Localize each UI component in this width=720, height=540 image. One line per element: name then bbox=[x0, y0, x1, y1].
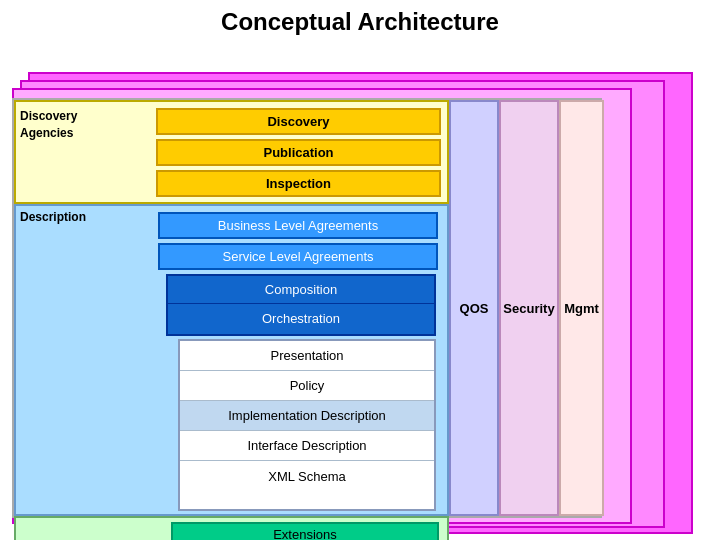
composition-section: Composition Orchestration bbox=[166, 274, 436, 336]
page-title: Conceptual Architecture bbox=[0, 0, 720, 42]
wire-section: Wire Extensions Packaging Transport bbox=[14, 516, 449, 540]
presentation-row: Presentation bbox=[180, 341, 434, 371]
discovery-label: Discovery Agencies bbox=[20, 108, 77, 142]
composition-row: Composition bbox=[168, 276, 434, 304]
policy-row: Policy bbox=[180, 371, 434, 401]
mgmt-box: Mgmt bbox=[559, 100, 604, 516]
qos-box: QOS bbox=[449, 100, 499, 516]
discovery-section: Discovery Agencies Discovery Publication… bbox=[14, 100, 449, 204]
page: Conceptual Architecture Discovery Agenci… bbox=[0, 0, 720, 540]
main-content-area: Discovery Agencies Discovery Publication… bbox=[12, 98, 602, 518]
description-section: Description Business Level Agreements Se… bbox=[14, 204, 449, 516]
business-agreements-row: Business Level Agreements bbox=[158, 212, 438, 239]
white-inner-box: Presentation Policy Implementation Descr… bbox=[178, 339, 436, 511]
description-label: Description bbox=[20, 210, 86, 224]
interface-row: Interface Description bbox=[180, 431, 434, 461]
security-box: Security bbox=[499, 100, 559, 516]
extensions-row: Extensions bbox=[171, 522, 439, 540]
publication-row: Publication bbox=[156, 139, 441, 166]
mgmt-label: Mgmt bbox=[564, 301, 599, 316]
orchestration-row: Orchestration bbox=[168, 304, 434, 332]
security-label: Security bbox=[503, 301, 554, 316]
qos-label: QOS bbox=[460, 301, 489, 316]
implementation-row: Implementation Description bbox=[180, 401, 434, 431]
discovery-row: Discovery bbox=[156, 108, 441, 135]
inspection-row: Inspection bbox=[156, 170, 441, 197]
xml-row: XML Schema bbox=[180, 461, 434, 491]
service-agreements-row: Service Level Agreements bbox=[158, 243, 438, 270]
